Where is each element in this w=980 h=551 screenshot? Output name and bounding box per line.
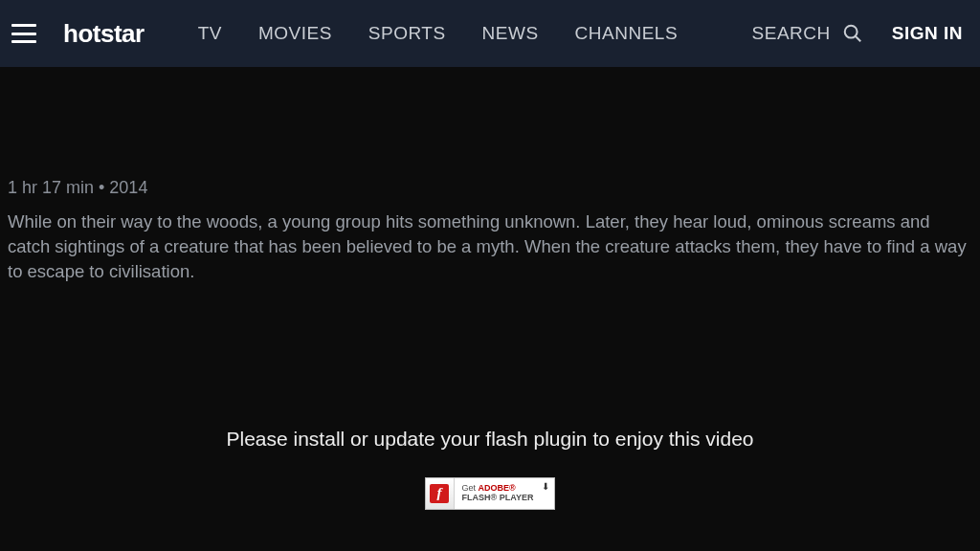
- nav-tv[interactable]: TV: [198, 23, 222, 44]
- video-meta: 1 hr 17 min • 2014: [8, 178, 972, 198]
- nav-movies[interactable]: MOVIES: [258, 23, 332, 44]
- flash-badge-text: Get ADOBE® FLASH® PLAYER: [455, 484, 555, 503]
- header: hotstar TV MOVIES SPORTS NEWS CHANNELS S…: [0, 0, 980, 67]
- player-area: Please install or update your flash plug…: [8, 428, 972, 510]
- nav-sports[interactable]: SPORTS: [368, 23, 446, 44]
- svg-line-1: [856, 36, 860, 41]
- header-right: SEARCH SIGN IN: [752, 23, 969, 44]
- nav-news[interactable]: NEWS: [482, 23, 539, 44]
- nav-channels[interactable]: CHANNELS: [575, 23, 678, 44]
- search-button[interactable]: SEARCH: [752, 23, 863, 44]
- download-icon: ⬇: [541, 481, 550, 491]
- search-icon: [842, 23, 863, 44]
- get-flash-button[interactable]: f Get ADOBE® FLASH® PLAYER ⬇: [425, 477, 556, 510]
- primary-nav: TV MOVIES SPORTS NEWS CHANNELS: [198, 23, 678, 44]
- logo[interactable]: hotstar: [63, 19, 145, 49]
- hamburger-icon[interactable]: [11, 24, 36, 43]
- svg-point-0: [845, 26, 858, 38]
- flash-message: Please install or update your flash plug…: [8, 428, 972, 451]
- signin-button[interactable]: SIGN IN: [892, 23, 963, 44]
- video-description: While on their way to the woods, a young…: [8, 209, 972, 284]
- flash-logo-icon: f: [426, 478, 455, 509]
- content: 1 hr 17 min • 2014 While on their way to…: [0, 178, 980, 510]
- search-label: SEARCH: [752, 23, 831, 44]
